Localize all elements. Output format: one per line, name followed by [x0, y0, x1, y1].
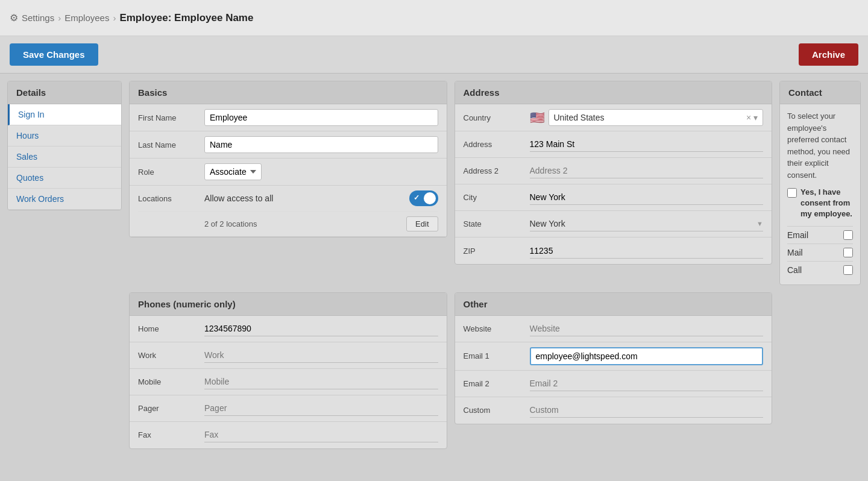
locations-count-row: 2 of 2 locations Edit	[138, 212, 438, 236]
zip-input[interactable]	[530, 244, 764, 259]
sidebar-link-hours[interactable]: Hours	[16, 131, 39, 140]
custom-input[interactable]	[530, 403, 764, 418]
bottom-row: Phones (numeric only) Home Work	[129, 292, 861, 449]
fax-input[interactable]	[204, 427, 438, 442]
country-select[interactable]: United States × ▾	[549, 109, 764, 126]
state-label: State	[464, 219, 530, 228]
country-controls: × ▾	[746, 113, 758, 122]
pager-input[interactable]	[204, 401, 438, 416]
mobile-value	[204, 374, 438, 389]
save-button[interactable]: Save Changes	[10, 43, 98, 66]
contact-description: To select your employee's preferred cont…	[787, 110, 853, 181]
sidebar-item-sales[interactable]: Sales	[8, 146, 121, 168]
email2-value	[530, 376, 764, 391]
toggle-track: ✓	[409, 190, 438, 206]
breadcrumb-settings: Settings	[22, 13, 54, 23]
mail-checkbox[interactable]	[843, 248, 853, 257]
state-select[interactable]: New York ▼	[530, 216, 764, 231]
first-name-label: First Name	[138, 113, 204, 122]
toggle-check-icon: ✓	[414, 193, 420, 202]
email-checkbox[interactable]	[843, 230, 853, 240]
first-name-input[interactable]	[204, 109, 438, 126]
sidebar-item-work-orders[interactable]: Work Orders	[8, 189, 121, 210]
address2-row: Address 2	[455, 158, 772, 184]
home-label: Home	[138, 324, 204, 333]
custom-value	[530, 403, 764, 418]
email2-input[interactable]	[530, 376, 764, 391]
sidebar-item-hours[interactable]: Hours	[8, 125, 121, 146]
city-label: City	[464, 193, 530, 202]
contact-body: To select your employee's preferred cont…	[780, 104, 860, 285]
country-row: Country 🇺🇸 United States × ▾	[455, 104, 772, 131]
website-row: Website	[455, 316, 772, 342]
mobile-input[interactable]	[204, 374, 438, 389]
breadcrumb: ⚙ Settings › Employees › Employee: Emplo…	[10, 12, 253, 24]
locations-count: 2 of 2 locations	[138, 219, 257, 228]
contact-panel: Contact To select your employee's prefer…	[779, 81, 861, 285]
role-select[interactable]: Associate Manager Admin	[204, 163, 262, 180]
top-row: Basics First Name Last Name	[129, 81, 861, 285]
breadcrumb-sep1: ›	[58, 13, 61, 23]
consent-row: Yes, I have consent from my employee.	[787, 187, 853, 220]
state-row: State New York ▼	[455, 211, 772, 237]
work-input[interactable]	[204, 348, 438, 363]
email2-label: Email 2	[464, 379, 530, 388]
state-arrow-icon: ▼	[756, 220, 763, 227]
role-value: Associate Manager Admin	[204, 163, 438, 180]
work-label: Work	[138, 351, 204, 360]
edit-locations-button[interactable]: Edit	[406, 216, 438, 231]
state-text: New York	[530, 219, 565, 228]
role-row: Role Associate Manager Admin	[130, 159, 447, 186]
gear-icon: ⚙	[10, 12, 18, 24]
country-text: United States	[554, 113, 605, 122]
pager-row: Pager	[130, 395, 447, 422]
top-bar: ⚙ Settings › Employees › Employee: Emplo…	[0, 0, 868, 36]
allow-access-content: Allow access to all ✓	[204, 190, 438, 206]
address-input[interactable]	[530, 137, 764, 152]
home-value	[204, 321, 438, 336]
consent-checkbox[interactable]	[787, 188, 797, 198]
zip-value	[530, 244, 764, 259]
address-card: Address Country 🇺🇸 United States × ▾	[454, 81, 773, 265]
city-input[interactable]	[530, 190, 764, 205]
sidebar-link-work-orders[interactable]: Work Orders	[16, 194, 64, 204]
email2-row: Email 2	[455, 371, 772, 397]
country-value: 🇺🇸 United States × ▾	[530, 109, 764, 126]
allow-access-row: Locations Allow access to all ✓	[138, 186, 438, 212]
other-body: Website Email 1 Email 2	[455, 316, 772, 424]
last-name-input[interactable]	[204, 136, 438, 153]
email1-row: Email 1	[455, 342, 772, 371]
address2-value	[530, 163, 764, 178]
phones-card: Phones (numeric only) Home Work	[129, 292, 447, 449]
country-label: Country	[464, 113, 530, 122]
toggle-thumb	[424, 192, 436, 204]
role-label: Role	[138, 168, 204, 177]
breadcrumb-current: Employee: Employee Name	[119, 12, 253, 24]
basics-card: Basics First Name Last Name	[129, 81, 447, 237]
address-header: Address	[455, 81, 772, 104]
sidebar-link-quotes[interactable]: Quotes	[16, 173, 43, 183]
address2-input[interactable]	[530, 163, 764, 178]
other-header: Other	[455, 293, 772, 316]
allow-access-toggle[interactable]: ✓	[409, 190, 438, 206]
sidebar-link-sign-in[interactable]: Sign In	[18, 110, 45, 119]
zip-row: ZIP	[455, 237, 772, 264]
website-input[interactable]	[530, 321, 764, 336]
consent-text: Yes, I have consent from my employee.	[800, 187, 853, 220]
sidebar-link-sales[interactable]: Sales	[16, 152, 37, 162]
work-value	[204, 348, 438, 363]
archive-button[interactable]: Archive	[799, 43, 858, 66]
home-input[interactable]	[204, 321, 438, 336]
contact-header: Contact	[780, 81, 860, 104]
basics-header: Basics	[130, 81, 447, 104]
sidebar-item-quotes[interactable]: Quotes	[8, 168, 121, 189]
mail-option: Mail	[787, 244, 853, 261]
sidebar-item-sign-in[interactable]: Sign In	[8, 104, 121, 125]
email1-input[interactable]	[530, 347, 764, 365]
fax-row: Fax	[130, 422, 447, 448]
address2-label: Address 2	[464, 166, 530, 175]
call-checkbox[interactable]	[843, 265, 853, 275]
mobile-label: Mobile	[138, 377, 204, 386]
city-value	[530, 190, 764, 205]
sidebar-header: Details	[8, 81, 121, 104]
